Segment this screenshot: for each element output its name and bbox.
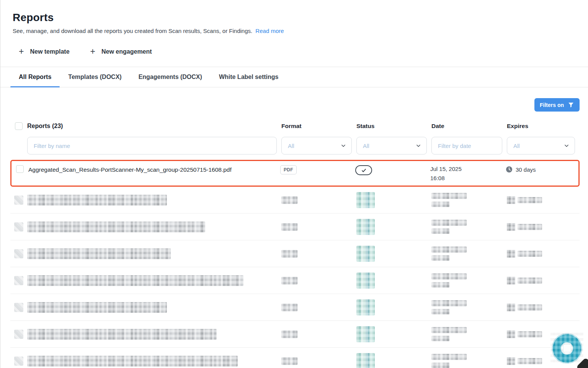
- table-header-row: Reports (23) Format Status Date Expires: [10, 122, 580, 131]
- redacted-report-row[interactable]: [10, 240, 580, 267]
- filter-by-date-input[interactable]: [431, 137, 502, 154]
- filter-funnel-icon: [568, 102, 574, 108]
- redacted-report-name: [27, 222, 205, 232]
- status-finished-toggle[interactable]: [355, 165, 372, 175]
- column-header-expires: Expires: [507, 123, 580, 130]
- redacted-format-badge: [281, 196, 297, 204]
- expires-filter-value: All: [513, 143, 520, 149]
- report-expires: 30 days: [506, 165, 578, 173]
- chevron-down-icon: [416, 143, 421, 148]
- checkmark-icon: [361, 168, 367, 173]
- redacted-date: [431, 327, 507, 341]
- expires-filter-select[interactable]: All: [507, 137, 575, 154]
- redacted-date: [431, 300, 507, 314]
- filter-by-name-input[interactable]: [27, 137, 277, 154]
- redacted-report-row[interactable]: [10, 348, 580, 368]
- chevron-down-icon: [341, 143, 346, 148]
- pentest-tools-logo: [550, 332, 583, 365]
- redacted-expires: [507, 304, 580, 311]
- table-filter-row: All All: [10, 137, 580, 154]
- redacted-report-row[interactable]: [10, 187, 580, 214]
- select-all-checkbox[interactable]: [15, 122, 23, 130]
- filters-on-label: Filters on: [540, 102, 564, 108]
- redacted-checkbox: [14, 222, 23, 232]
- plus-icon: +: [90, 47, 95, 56]
- redacted-status-icon: [356, 326, 375, 342]
- redacted-expires: [507, 223, 580, 231]
- redacted-checkbox: [14, 196, 23, 205]
- table-title: Reports (23): [27, 123, 281, 130]
- content: Filters on Reports (23) Format Status Da…: [0, 87, 588, 368]
- plus-icon: +: [19, 47, 24, 56]
- redacted-date: [431, 354, 507, 368]
- clock-icon: [506, 166, 513, 173]
- format-filter-select[interactable]: All: [281, 137, 352, 154]
- new-engagement-label: New engagement: [101, 48, 152, 55]
- tab-white-label-settings[interactable]: White Label settings: [211, 67, 287, 87]
- column-header-format: Format: [281, 123, 356, 130]
- redacted-status-icon: [356, 246, 375, 262]
- page-title: Reports: [13, 12, 576, 24]
- redacted-report-name: [27, 248, 171, 259]
- redacted-report-row[interactable]: [10, 321, 580, 348]
- tab-templates-docx[interactable]: Templates (DOCX): [60, 67, 130, 87]
- report-name[interactable]: Aggregated_Scan_Results-PortScanner-My_s…: [28, 165, 280, 173]
- format-badge: PDF: [280, 165, 297, 174]
- redacted-date: [431, 246, 507, 261]
- format-filter-value: All: [288, 143, 294, 149]
- tab-engagements-docx[interactable]: Engagements (DOCX): [130, 67, 211, 87]
- tab-all-reports[interactable]: All Reports: [10, 67, 60, 87]
- redacted-format-badge: [281, 223, 297, 231]
- redacted-report-name: [27, 275, 243, 286]
- logo-center-square: [564, 345, 571, 352]
- redacted-report-row[interactable]: [10, 214, 580, 240]
- redacted-format-badge: [281, 330, 297, 338]
- redacted-date: [431, 193, 507, 207]
- status-filter-value: All: [363, 143, 369, 149]
- redacted-report-name: [27, 329, 217, 340]
- redacted-status-icon: [356, 353, 375, 368]
- chevron-down-icon: [564, 143, 569, 148]
- redacted-status-icon: [356, 219, 375, 235]
- page-subtitle: See, manage, and download all the report…: [13, 28, 576, 34]
- redacted-expires: [507, 250, 580, 258]
- filters-on-button[interactable]: Filters on: [534, 98, 580, 112]
- redacted-report-row[interactable]: [10, 267, 580, 294]
- redacted-rows: [10, 187, 580, 368]
- redacted-format-badge: [281, 277, 297, 284]
- reports-table: Reports (23) Format Status Date Expires …: [10, 122, 580, 368]
- redacted-status-icon: [356, 192, 375, 208]
- redacted-status-icon: [356, 273, 375, 289]
- new-template-label: New template: [30, 48, 69, 55]
- new-engagement-button[interactable]: + New engagement: [90, 47, 152, 56]
- new-template-button[interactable]: + New template: [19, 47, 70, 56]
- read-more-link[interactable]: Read more: [255, 28, 284, 34]
- redacted-report-name: [27, 195, 167, 205]
- redacted-checkbox: [14, 249, 23, 258]
- redacted-date: [431, 273, 507, 288]
- redacted-format-badge: [281, 250, 297, 258]
- redacted-expires: [507, 277, 580, 284]
- status-filter-select[interactable]: All: [356, 137, 427, 154]
- subtitle-text: See, manage, and download all the report…: [13, 28, 252, 34]
- tab-bar: All Reports Templates (DOCX) Engagements…: [0, 67, 588, 87]
- redacted-date: [431, 220, 507, 234]
- column-header-status: Status: [356, 123, 431, 130]
- report-date: Jul 15, 2025 16:08: [430, 165, 506, 182]
- redacted-report-name: [27, 356, 238, 366]
- page-header: Reports See, manage, and download all th…: [0, 0, 588, 56]
- report-date-line1: Jul 15, 2025: [430, 165, 506, 173]
- redacted-format-badge: [281, 304, 297, 311]
- redacted-format-badge: [281, 357, 297, 365]
- redacted-report-name: [27, 302, 167, 313]
- filters-row: Filters on: [0, 87, 588, 112]
- row-checkbox[interactable]: [16, 165, 24, 173]
- report-date-line2: 16:08: [430, 174, 506, 182]
- expires-text: 30 days: [516, 166, 536, 173]
- column-header-date: Date: [431, 123, 507, 130]
- redacted-checkbox: [14, 356, 23, 366]
- highlighted-report-row[interactable]: Aggregated_Scan_Results-PortScanner-My_s…: [10, 160, 580, 187]
- header-actions: + New template + New engagement: [13, 47, 576, 56]
- redacted-checkbox: [14, 303, 23, 312]
- redacted-report-row[interactable]: [10, 294, 580, 321]
